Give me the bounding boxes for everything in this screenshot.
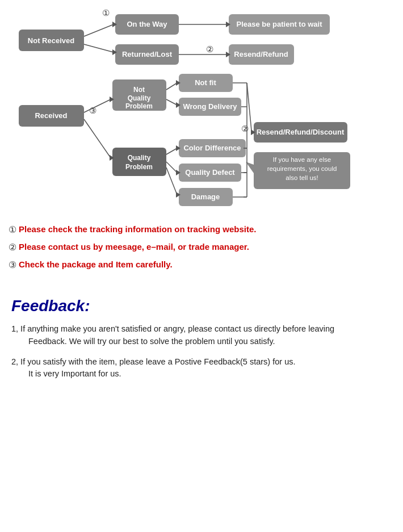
resend-refund-top-text: Resend/Refund [234,50,288,58]
feedback-item-1: 1, If anything make you aren't satisfied… [11,323,392,348]
instruction-1-number: ① [9,224,16,235]
circle-2-bottom-label: ② [241,124,249,133]
feedback-section: Feedback: 1, If anything make you aren't… [9,297,394,380]
feedback-title: Feedback: [11,297,392,315]
arrow-recv-qp [84,119,111,158]
returned-lost-text: Returned/Lost [122,50,173,58]
not-fit-text: Not fit [195,78,216,87]
instruction-item-3: ③ Check the package and Item carefully. [9,259,394,270]
instructions-section: ① Please check the tracking information … [9,221,394,280]
feedback-item-1-main: 1, If anything make you aren't satisfied… [11,324,334,333]
arrow-nqp-nf [166,83,177,90]
on-the-way-text: On the Way [127,20,167,28]
quality-problem-node [112,148,166,176]
received-text: Received [35,111,67,120]
instruction-item-1: ① Please check the tracking information … [9,224,394,235]
instruction-3-text: Check the package and Item carefully. [19,259,173,269]
damage-text: Damage [191,192,220,201]
feedback-item-2-main: 2, If you satisfy with the item, please … [11,357,295,366]
not-quality-problem-text3: Problem [125,102,153,110]
resend-refund-discount-text: Resend/Refund/Discount [257,128,345,136]
circle-2-top-label: ② [206,44,213,54]
instruction-2-number: ② [9,242,16,253]
instruction-item-2: ② Please contact us by meesage, e–mail, … [9,242,394,253]
flowchart-section: ① Not Received On the Way Returned/Lost … [9,6,394,216]
page-container: ① Not Received On the Way Returned/Lost … [0,0,403,394]
please-wait-text: Please be patient to wait [237,20,323,28]
feedback-item-2-indent: It is very Important for us. [28,368,392,380]
arrow-recv-nqp [84,99,111,112]
arrow-nqp-wd [166,99,177,105]
instruction-3-number: ③ [9,259,16,270]
not-quality-problem-text1: Not [133,86,145,94]
flowchart-svg: ① Not Received On the Way Returned/Lost … [9,6,394,216]
instruction-2-text: Please contact us by meesage, e–mail, or… [19,242,249,252]
color-difference-text: Color Difference [183,144,241,152]
quality-problem-text2: Problem [125,163,153,171]
circle-1-label: ① [102,8,110,18]
not-received-text: Not Received [28,36,74,45]
quality-defect-text: Quality Defect [185,168,235,177]
if-you-have-text2: requirements, you could [267,165,337,172]
instruction-1-text: Please check the tracking information on… [19,224,256,234]
if-you-have-text1: If you have any else [273,156,331,163]
feedback-item-1-indent: Feedback. We will try our best to solve … [28,336,392,348]
not-quality-problem-text2: Quality [128,94,151,102]
arrow-nr-rl [84,44,114,52]
arrow-qp-cd [166,148,177,154]
arrow-nr-otw [84,24,114,36]
feedback-item-2: 2, If you satisfy with the item, please … [11,356,392,381]
wrong-delivery-text: Wrong Delivery [183,102,237,111]
quality-problem-text1: Quality [128,154,151,162]
if-you-have-text3: also tell us! [286,174,318,181]
